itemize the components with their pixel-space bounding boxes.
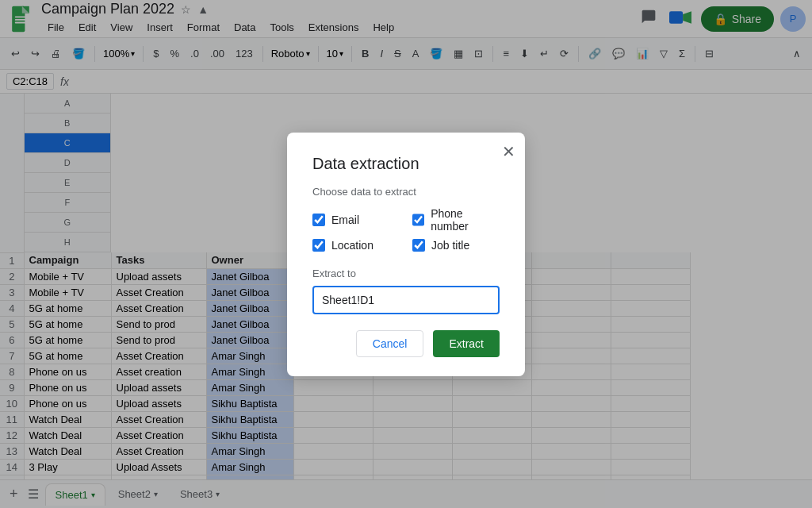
- checkbox-jobtitle-input[interactable]: [412, 239, 425, 252]
- checkbox-location-label: Location: [331, 239, 373, 252]
- checkbox-grid: Email Phone number Location Job title: [312, 207, 500, 252]
- extract-to-input[interactable]: [312, 286, 500, 314]
- checkbox-jobtitle[interactable]: Job title: [412, 239, 500, 252]
- checkbox-email[interactable]: Email: [312, 207, 400, 233]
- cancel-button[interactable]: Cancel: [356, 330, 424, 357]
- checkbox-phone-input[interactable]: [412, 214, 424, 226]
- modal-overlay: Data extraction ✕ Choose data to extract…: [0, 0, 812, 508]
- data-extraction-modal: Data extraction ✕ Choose data to extract…: [287, 133, 525, 376]
- modal-close-button[interactable]: ✕: [502, 142, 515, 161]
- modal-subtitle: Choose data to extract: [312, 186, 500, 198]
- checkbox-phone[interactable]: Phone number: [412, 207, 500, 233]
- checkbox-location[interactable]: Location: [312, 239, 400, 252]
- modal-title: Data extraction: [312, 155, 500, 173]
- checkbox-phone-label: Phone number: [431, 207, 500, 233]
- extract-to-label: Extract to: [312, 267, 500, 279]
- checkbox-email-input[interactable]: [312, 214, 325, 226]
- checkbox-jobtitle-label: Job title: [431, 239, 469, 252]
- modal-buttons: Cancel Extract: [312, 330, 500, 357]
- checkbox-email-label: Email: [331, 214, 359, 226]
- extract-button[interactable]: Extract: [433, 330, 500, 357]
- checkbox-location-input[interactable]: [312, 239, 325, 252]
